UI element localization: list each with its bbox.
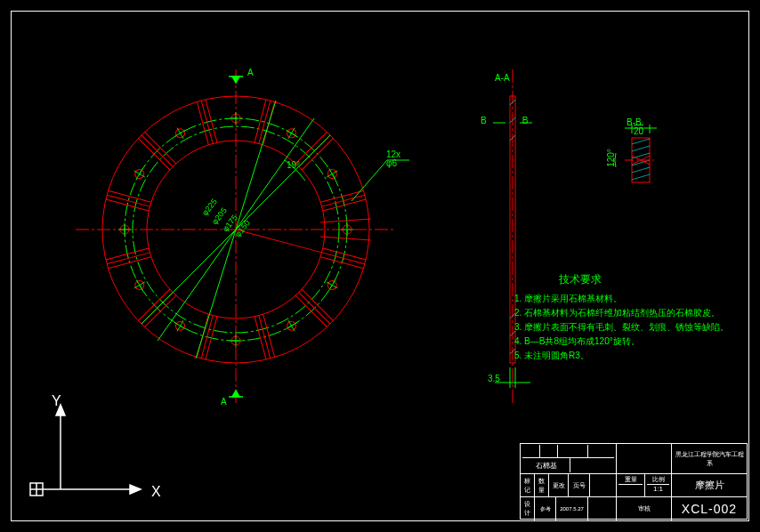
svg-line-44 <box>323 199 366 211</box>
svg-line-25 <box>263 314 275 357</box>
tech-req-item: 2. 石棉基材料为石棉纤维加粘结剂热压的石棉胶皮。 <box>514 306 729 320</box>
x-axis-label: X <box>151 484 161 500</box>
svg-line-37 <box>197 101 208 144</box>
svg-line-41 <box>295 132 327 163</box>
svg-marker-121 <box>130 485 141 494</box>
svg-line-26 <box>255 317 266 359</box>
svg-line-31 <box>108 257 150 269</box>
svg-line-33 <box>106 199 149 211</box>
svg-line-23 <box>302 289 333 320</box>
tech-req-item: 4. B—B共8组均布成120°旋转。 <box>514 335 729 349</box>
svg-line-39 <box>255 100 266 142</box>
svg-line-20 <box>322 195 365 206</box>
svg-line-27 <box>206 317 217 359</box>
svg-line-81 <box>236 135 330 230</box>
svg-line-17 <box>201 101 213 143</box>
svg-line-109 <box>632 153 650 158</box>
svg-line-9 <box>322 253 365 264</box>
section-bb-marker: BB <box>481 116 528 125</box>
title-block: 石棉基 黑龙江工程学院汽车工程系 标记 数量 更改 页号 重量 比例 1:1 摩… <box>520 443 748 520</box>
material-cell: 石棉基 <box>522 458 570 472</box>
tech-req-item: 5. 未注明圆角R3。 <box>514 349 729 363</box>
tech-req-item: 1. 摩擦片采用石棉基材料。 <box>514 292 729 306</box>
bb-angle: 120° <box>606 149 616 167</box>
hole-dia: φ6 <box>386 158 397 168</box>
svg-marker-90 <box>232 391 239 397</box>
scale-value: 1:1 <box>653 485 663 496</box>
svg-line-10 <box>299 293 330 324</box>
svg-line-112 <box>632 174 650 180</box>
svg-line-82 <box>141 230 236 324</box>
svg-line-34 <box>108 190 150 202</box>
y-axis-label: Y <box>52 393 61 409</box>
section-aa-label: A-A <box>495 73 510 83</box>
school-cell: 黑龙江工程学院汽车工程系 <box>672 444 747 473</box>
angle-dim: 19° <box>287 160 300 170</box>
svg-line-85 <box>158 230 236 341</box>
technical-requirements: 技术要求 1. 摩擦片采用石棉基材料。 2. 石棉基材料为石棉纤维加粘结剂热压的… <box>514 272 729 363</box>
bb-dim-20: 20 <box>634 125 643 136</box>
svg-line-32 <box>106 248 149 260</box>
tech-req-item: 3. 摩擦片表面不得有毛刺、裂纹、划痕、锈蚀等缺陷。 <box>514 320 729 335</box>
svg-line-8 <box>320 237 371 240</box>
svg-line-11 <box>259 316 271 359</box>
section-a-top: A <box>247 68 254 77</box>
thickness-dim: 3.5 <box>488 374 500 383</box>
svg-line-38 <box>206 100 217 142</box>
svg-line-91 <box>352 160 387 201</box>
svg-line-22 <box>320 257 363 269</box>
svg-line-24 <box>295 295 327 326</box>
svg-line-7 <box>320 219 371 222</box>
material-label <box>617 444 672 473</box>
section-a-bottom: A <box>221 397 227 407</box>
date-cell: 2007.5.27 <box>556 497 588 520</box>
svg-line-84 <box>236 118 314 230</box>
svg-marker-88 <box>232 77 239 83</box>
svg-line-15 <box>107 195 150 206</box>
svg-line-16 <box>141 135 173 166</box>
svg-line-21 <box>323 248 366 260</box>
svg-line-111 <box>632 167 650 173</box>
svg-line-108 <box>632 146 650 151</box>
drawing-number: XCL-002 <box>672 497 747 520</box>
svg-line-43 <box>320 190 363 202</box>
tech-req-title: 技术要求 <box>559 272 729 286</box>
svg-line-14 <box>107 253 150 264</box>
svg-line-6 <box>236 230 322 253</box>
svg-line-107 <box>632 139 650 144</box>
part-name: 摩擦片 <box>672 474 747 496</box>
